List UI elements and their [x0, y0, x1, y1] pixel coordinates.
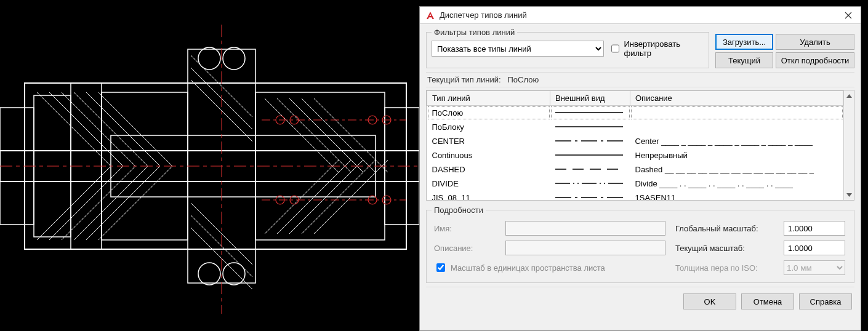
scroll-track[interactable] — [844, 101, 854, 189]
cell-desc: Center ____ _ ____ _ ____ _ ____ _ ____ … — [630, 134, 843, 148]
table-row[interactable]: CENTERCenter ____ _ ____ _ ____ _ ____ _… — [427, 134, 843, 148]
table-row[interactable]: ПоБлоку — [427, 120, 843, 134]
iso-select: 1.0 мм — [784, 260, 845, 275]
delete-button[interactable]: Удалить — [776, 34, 854, 50]
cell-preview — [550, 134, 630, 148]
cad-drawing-area — [0, 0, 419, 331]
toggle-details-button[interactable]: Откл подробности — [776, 52, 854, 68]
cell-preview — [550, 177, 630, 191]
current-linetype-label: Текущий тип линий: — [427, 75, 501, 84]
name-input[interactable] — [505, 221, 665, 236]
table-row[interactable]: JIS_08_111SASEN11 — [427, 191, 843, 201]
invert-filter-checkbox[interactable] — [611, 44, 619, 53]
cell-name: CENTER — [427, 134, 550, 148]
table-row[interactable]: DASHEDDashed __ __ __ __ __ __ __ __ __ … — [427, 162, 843, 177]
col-preview[interactable]: Внешний вид — [550, 91, 630, 106]
linetype-table[interactable]: Тип линий Внешний вид Описание ПоСлоюПоБ… — [426, 90, 854, 201]
cell-name: ПоБлоку — [427, 120, 550, 134]
cell-desc: Непрерывный — [630, 148, 843, 162]
cell-preview — [550, 106, 630, 120]
filter-select[interactable]: Показать все типы линий — [432, 41, 604, 57]
col-desc[interactable]: Описание — [630, 91, 843, 106]
cell-preview — [550, 191, 630, 201]
filters-fieldset: Фильтры типов линий Показать все типы ли… — [426, 28, 709, 68]
current-linetype: Текущий тип линий: ПоСлою — [426, 72, 854, 87]
current-linetype-value: ПоСлою — [507, 75, 539, 84]
global-scale-label: Глобальный масштаб: — [675, 224, 774, 233]
app-icon — [425, 10, 436, 21]
cell-name: DIVIDE — [427, 177, 550, 191]
table-row[interactable]: ContinuousНепрерывный — [427, 148, 843, 162]
details-legend: Подробности — [432, 205, 486, 215]
table-scrollbar[interactable] — [843, 90, 854, 200]
cell-preview — [550, 120, 630, 134]
cancel-button[interactable]: Отмена — [741, 293, 794, 309]
load-button[interactable]: Загрузить... — [715, 34, 773, 50]
details-fieldset: Подробности Имя: Глобальный масштаб: Опи… — [426, 205, 854, 283]
invert-filter-label[interactable]: Инвертировать фильтр — [624, 39, 704, 58]
desc-label: Описание: — [434, 244, 496, 253]
dialog-title: Диспетчер типов линий — [440, 10, 836, 20]
name-label: Имя: — [434, 224, 496, 233]
close-button[interactable] — [836, 7, 861, 24]
desc-input[interactable] — [505, 241, 665, 255]
col-name[interactable]: Тип линий — [427, 91, 550, 106]
current-button[interactable]: Текущий — [715, 52, 773, 68]
linetype-manager-dialog: Диспетчер типов линий Фильтры типов лини… — [419, 6, 861, 331]
global-scale-input[interactable] — [784, 221, 845, 236]
current-scale-label: Текущий масштаб: — [675, 244, 774, 253]
scroll-up-button[interactable] — [844, 90, 854, 101]
cell-preview — [550, 148, 630, 162]
cell-desc: Divide ____ . . ____ . . ____ . . ____ .… — [630, 177, 843, 191]
paper-units-checkbox[interactable] — [436, 263, 445, 272]
ok-button[interactable]: OK — [683, 293, 736, 309]
cell-desc: Dashed __ __ __ __ __ __ __ __ __ __ __ … — [630, 162, 843, 177]
cell-desc — [630, 106, 843, 120]
cell-name: Continuous — [427, 148, 550, 162]
table-header-row[interactable]: Тип линий Внешний вид Описание — [427, 91, 843, 106]
table-row[interactable]: DIVIDEDivide ____ . . ____ . . ____ . . … — [427, 177, 843, 191]
cell-name: DASHED — [427, 162, 550, 177]
titlebar[interactable]: Диспетчер типов линий — [420, 7, 861, 24]
cell-desc — [630, 120, 843, 134]
cad-drawing — [0, 0, 419, 331]
cell-desc: 1SASEN11 — [630, 191, 843, 201]
table-row[interactable]: ПоСлою — [427, 106, 843, 120]
paper-units-label[interactable]: Масштаб в единицах пространства листа — [451, 263, 605, 273]
cell-name: ПоСлою — [427, 106, 550, 120]
cell-name: JIS_08_11 — [427, 191, 550, 201]
filters-legend: Фильтры типов линий — [432, 28, 517, 37]
current-scale-input[interactable] — [784, 241, 845, 255]
cell-preview — [550, 162, 630, 177]
help-button[interactable]: Справка — [799, 293, 852, 309]
scroll-down-button[interactable] — [844, 189, 854, 200]
iso-label: Толщина пера по ISO: — [675, 263, 774, 273]
